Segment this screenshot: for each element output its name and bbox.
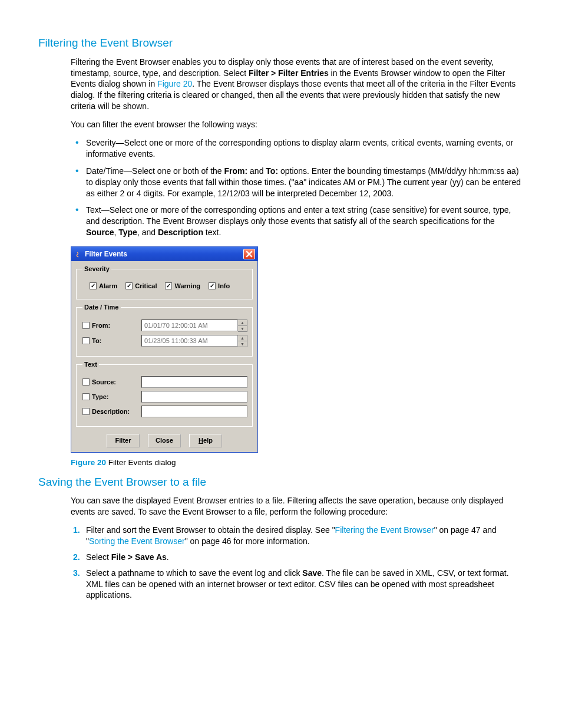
datetime-legend: Date / Time: [82, 303, 121, 312]
text: .: [167, 552, 169, 562]
dialog-title: Filter Events: [85, 249, 127, 259]
label-alarm: Alarm: [99, 282, 117, 291]
text: Text—Select one or more of the correspon…: [86, 205, 511, 226]
label-type: Type:: [92, 393, 109, 401]
step-2: Select File > Save As.: [86, 552, 524, 563]
section1-para1: Filtering the Event Browser enables you …: [71, 57, 524, 112]
filter-button[interactable]: Filter: [107, 434, 140, 447]
text: Select: [86, 552, 111, 562]
step-3: Select a pathname to which to save the e…: [86, 568, 524, 601]
label-to: To:: [92, 337, 101, 345]
section1-body: Filtering the Event Browser enables you …: [71, 57, 524, 238]
label-critical: Critical: [135, 282, 157, 291]
text: " on page 46 for more information.: [185, 536, 310, 546]
checkbox-alarm[interactable]: Alarm: [90, 282, 117, 291]
link-filtering[interactable]: Filtering the Event Browser: [335, 525, 434, 535]
figure-number: Figure 20: [71, 458, 106, 467]
close-dialog-button[interactable]: Close: [148, 434, 181, 447]
text: text.: [203, 228, 221, 237]
filter-ways-list: Severity—Select one or more of the corre…: [71, 137, 524, 238]
text: Date/Time—Select one or both of the: [86, 166, 224, 176]
text: , and: [137, 228, 158, 237]
close-button[interactable]: [243, 249, 255, 259]
java-icon: [75, 251, 82, 258]
to-datetime-input[interactable]: [141, 335, 238, 347]
dialog-body: Severity Alarm Critical Warning Info Dat…: [71, 261, 257, 452]
type-input[interactable]: [141, 391, 247, 403]
label-info: Info: [218, 282, 230, 291]
datetime-group: Date / Time From: ▲▼ To: ▲▼: [76, 303, 253, 357]
link-figure-20[interactable]: Figure 20: [157, 79, 192, 88]
text-legend: Text: [82, 360, 99, 369]
menupath-filter-entries: Filter > Filter Entries: [249, 68, 329, 78]
text: Filter and sort the Event Browser to obt…: [86, 525, 335, 535]
from-spinner[interactable]: ▲▼: [238, 319, 247, 332]
bold-type: Type: [118, 228, 137, 237]
bold-description: Description: [158, 228, 203, 237]
source-input[interactable]: [141, 376, 247, 388]
help-button[interactable]: Help: [189, 434, 222, 447]
bullet-text: Text—Select one or more of the correspon…: [86, 205, 524, 238]
checkbox-info[interactable]: Info: [209, 282, 230, 291]
to-spinner[interactable]: ▲▼: [238, 335, 247, 347]
text: and: [247, 166, 266, 176]
button-save-ref: Save: [302, 568, 322, 578]
severity-legend: Severity: [82, 265, 111, 274]
section2-para1: You can save the displayed Event Browser…: [71, 495, 524, 518]
link-sorting[interactable]: Sorting the Event Browser: [89, 536, 185, 546]
bold-from: From:: [224, 166, 248, 176]
bold-source: Source: [86, 228, 114, 237]
section2-body: You can save the displayed Event Browser…: [71, 495, 524, 601]
label-from: From:: [92, 321, 110, 330]
help-rest: elp: [203, 437, 213, 444]
checkbox-source[interactable]: Source:: [82, 378, 137, 387]
description-input[interactable]: [141, 406, 247, 417]
severity-group: Severity Alarm Critical Warning Info: [76, 265, 253, 299]
figure-text: Filter Events dialog: [106, 458, 176, 467]
heading-filtering: Filtering the Event Browser: [38, 35, 524, 51]
heading-saving: Saving the Event Browser to a file: [38, 475, 524, 490]
bullet-datetime: Date/Time—Select one or both of the From…: [86, 166, 524, 199]
label-description: Description:: [92, 407, 130, 416]
text-group: Text Source: Type: Description:: [76, 360, 253, 427]
bold-to: To:: [266, 166, 278, 176]
checkbox-critical[interactable]: Critical: [125, 282, 157, 291]
label-warning: Warning: [174, 282, 200, 291]
help-mnemonic: H: [199, 437, 203, 444]
step-1: Filter and sort the Event Browser to obt…: [86, 525, 524, 547]
label-source: Source:: [92, 378, 116, 387]
dialog-titlebar[interactable]: Filter Events: [71, 247, 257, 261]
checkbox-to[interactable]: To:: [82, 337, 137, 345]
from-datetime-input[interactable]: [141, 319, 238, 331]
section1-para2: You can filter the event browser the fol…: [71, 119, 524, 130]
checkbox-type[interactable]: Type:: [82, 393, 137, 401]
bullet-severity: Severity—Select one or more of the corre…: [86, 137, 524, 160]
text: Select a pathname to which to save the e…: [86, 568, 302, 578]
save-steps: Filter and sort the Event Browser to obt…: [71, 525, 524, 601]
checkbox-warning[interactable]: Warning: [165, 282, 200, 291]
checkbox-description[interactable]: Description:: [82, 407, 137, 416]
filter-events-dialog: Filter Events Severity Alarm Critical Wa…: [71, 246, 258, 453]
figure-caption: Figure 20 Filter Events dialog: [71, 457, 524, 468]
checkbox-from[interactable]: From:: [82, 321, 137, 330]
menupath-save-as: File > Save As: [111, 552, 167, 562]
